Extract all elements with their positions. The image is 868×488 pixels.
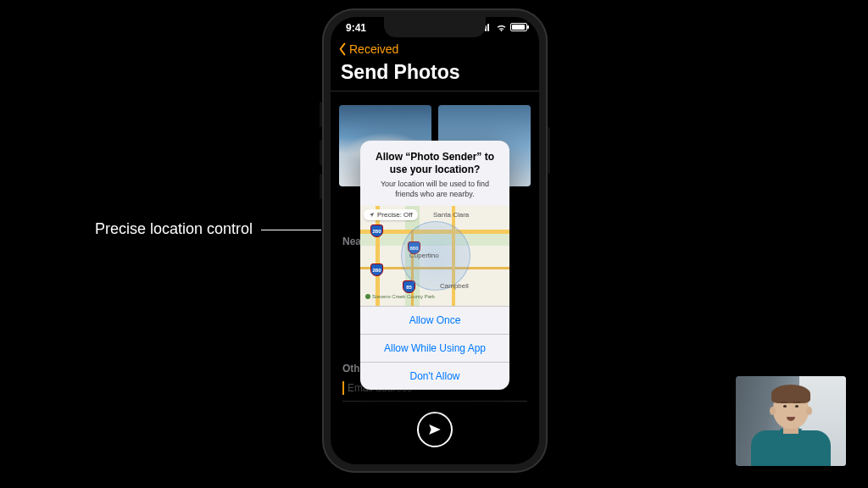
status-time: 9:41 [346, 22, 366, 34]
nav-separator [331, 91, 539, 92]
alert-buttons: Allow Once Allow While Using App Don't A… [360, 306, 509, 390]
presenter-video-thumbnail [736, 376, 846, 466]
allow-while-using-button[interactable]: Allow While Using App [360, 334, 509, 362]
dont-allow-button[interactable]: Don't Allow [360, 362, 509, 390]
iphone-notch [384, 17, 486, 37]
highway-shield-icon: 280 [370, 225, 383, 237]
annotation-label: Precise location control [95, 220, 253, 238]
precise-location-toggle[interactable]: Precise: Off [364, 209, 418, 220]
allow-once-button[interactable]: Allow Once [360, 306, 509, 334]
status-indicators [480, 23, 527, 31]
send-button[interactable] [417, 412, 453, 447]
map-park-label: Stevens Creek County Park [365, 294, 435, 299]
text-cursor [342, 381, 344, 395]
precise-toggle-label: Precise: Off [377, 211, 413, 219]
presentation-slide: Precise location control 9:41 Received [0, 0, 868, 488]
page-title: Send Photos [337, 61, 532, 84]
paper-plane-icon [427, 422, 442, 437]
map-city-label: Santa Clara [433, 211, 469, 219]
alert-header: Allow “Photo Sender” to use your locatio… [360, 141, 509, 206]
location-permission-alert: Allow “Photo Sender” to use your locatio… [360, 141, 509, 390]
location-arrow-icon [369, 212, 375, 218]
back-button[interactable]: Received [337, 42, 532, 56]
wifi-icon [496, 23, 507, 31]
map-city-label: Cupertino [409, 252, 439, 259]
back-label: Received [349, 42, 398, 56]
iphone-device-frame: 9:41 Received Send Photos [322, 8, 548, 473]
chevron-left-icon [337, 42, 348, 56]
alert-message: Your location will be used to find frien… [370, 180, 499, 199]
map-city-label: Campbell [440, 282, 469, 290]
alert-title: Allow “Photo Sender” to use your locatio… [370, 151, 499, 176]
annotation-precise-location: Precise location control [95, 220, 346, 238]
navigation-bar: Received Send Photos [331, 42, 539, 92]
alert-map-preview: 280 280 880 85 Santa Clara Cupertino Cam… [360, 206, 509, 306]
highway-shield-icon: 280 [370, 263, 383, 276]
iphone-screen: 9:41 Received Send Photos [331, 17, 539, 464]
battery-icon [510, 23, 527, 31]
